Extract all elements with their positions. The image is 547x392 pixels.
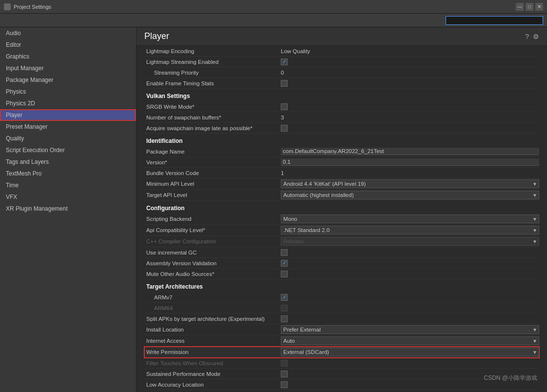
label-bundle-version-code: Bundle Version Code — [144, 170, 281, 176]
search-bar — [0, 14, 547, 27]
title-bar: Project Settings — □ ✕ — [0, 0, 547, 14]
row-mute-audio: Mute Other Audio Sources* — [144, 269, 539, 279]
row-version: Version* — [144, 157, 539, 168]
minimize-button[interactable]: — — [516, 3, 524, 11]
row-lightmap-streaming-enabled: Lightmap Streaming Enabled — [144, 57, 539, 67]
label-incremental-gc: Use incremental GC — [144, 250, 281, 255]
sidebar-item-vfx[interactable]: VFX — [0, 191, 136, 203]
label-arm64: ARM64 — [144, 305, 281, 311]
watermark: CSDN @小陈学游戏 — [484, 374, 537, 382]
select-target-api[interactable]: Automatic (highest installed) — [281, 191, 539, 199]
row-min-api: Minimum API Level Android 4.4 'KitKat' (… — [144, 178, 539, 190]
row-api-compat: Api Compatibility Level* .NET Standard 2… — [144, 225, 539, 236]
select-install-location[interactable]: Prefer External — [281, 325, 539, 334]
select-cpp-compiler[interactable]: Release — [281, 237, 539, 246]
sidebar-item-preset-manager[interactable]: Preset Manager — [0, 121, 136, 133]
label-swapchain-late: Acquire swapchain image late as possible… — [144, 125, 281, 131]
checkbox-assembly-version[interactable] — [281, 260, 288, 267]
checkbox-swapchain-late[interactable] — [281, 125, 288, 132]
settings-button[interactable]: ⚙ — [533, 33, 539, 40]
help-button[interactable]: ? — [525, 33, 529, 40]
target-api-wrapper: Automatic (highest installed) ▼ — [281, 191, 539, 199]
row-streaming-priority: Streaming Priority 0 — [144, 67, 539, 78]
input-version[interactable] — [281, 158, 539, 166]
version-wrapper — [281, 158, 539, 166]
label-target-api: Target API Level — [144, 192, 281, 198]
label-internet-access: Internet Access — [144, 338, 281, 344]
row-sustained-perf: Sustained Performance Mode — [144, 369, 539, 379]
select-write-permission[interactable]: External (SDCard) — [281, 348, 539, 356]
scripting-backend-wrapper: Mono ▼ — [281, 215, 539, 223]
checkbox-sustained-perf[interactable] — [281, 371, 288, 377]
input-package-name[interactable] — [281, 148, 539, 155]
label-split-apks: Split APKs by target architecture (Exper… — [144, 316, 281, 322]
select-api-compat[interactable]: .NET Standard 2.0 — [281, 226, 539, 235]
value-swapchain-buffers: 3 — [281, 115, 539, 120]
checkbox-low-accuracy[interactable] — [281, 381, 288, 388]
sidebar-item-editor[interactable]: Editor — [0, 39, 136, 51]
row-install-location: Install Location Prefer External ▼ — [144, 324, 539, 335]
checkbox-lightmap-streaming-enabled[interactable] — [281, 59, 288, 65]
checkbox-armv7[interactable] — [281, 294, 288, 301]
label-install-location: Install Location — [144, 327, 281, 333]
sidebar-item-input-manager[interactable]: Input Manager — [0, 62, 136, 74]
app-icon — [4, 3, 11, 10]
row-scripting-backend: Scripting Backend Mono ▼ — [144, 214, 539, 225]
value-streaming-priority: 0 — [281, 70, 539, 76]
sidebar-item-package-manager[interactable]: Package Manager — [0, 74, 136, 86]
checkbox-filter-touches[interactable] — [281, 360, 288, 367]
sidebar-item-tags-and-layers[interactable]: Tags and Layers — [0, 156, 136, 168]
sidebar-item-time[interactable]: Time — [0, 179, 136, 191]
select-internet-access[interactable]: Auto — [281, 336, 539, 345]
label-srgb: SRGB Write Mode* — [144, 104, 281, 110]
sidebar-item-player[interactable]: Player — [0, 109, 136, 121]
label-min-api: Minimum API Level — [144, 181, 281, 187]
sidebar-item-xr-plugin-management[interactable]: XR Plugin Management — [0, 203, 136, 215]
checkbox-split-apks[interactable] — [281, 315, 288, 322]
sidebar-item-quality[interactable]: Quality — [0, 133, 136, 144]
write-permission-wrapper: External (SDCard) ▼ — [281, 348, 539, 356]
row-filter-touches: Filter Touches When Obscured — [144, 358, 539, 369]
row-swapchain-buffers: Number of swapchain buffers* 3 — [144, 112, 539, 123]
close-button[interactable]: ✕ — [535, 3, 543, 11]
search-input[interactable] — [446, 16, 543, 25]
label-write-permission: Write Permission — [144, 349, 281, 355]
section-vulkan: Vulkan Settings — [144, 89, 539, 101]
main-content: Audio Editor Graphics Input Manager Pack… — [0, 27, 547, 392]
row-armv7: ARMv7 — [144, 292, 539, 303]
row-package-name: Package Name — [144, 146, 539, 157]
sidebar-item-textmesh-pro[interactable]: TextMesh Pro — [0, 168, 136, 179]
label-package-name: Package Name — [144, 149, 281, 155]
section-identification: Identification — [144, 134, 539, 146]
row-frame-timing: Enable Frame Timing Stats — [144, 78, 539, 89]
page-title: Player — [144, 31, 169, 41]
label-mute-audio: Mute Other Audio Sources* — [144, 271, 281, 277]
checkbox-incremental-gc[interactable] — [281, 249, 288, 256]
row-target-api: Target API Level Automatic (highest inst… — [144, 190, 539, 201]
window-controls: — □ ✕ — [516, 3, 543, 11]
row-cpp-compiler: C++ Compiler Configuration Release ▼ — [144, 236, 539, 247]
select-scripting-backend[interactable]: Mono — [281, 215, 539, 223]
row-bundle-version-code: Bundle Version Code 1 — [144, 168, 539, 178]
label-armv7: ARMv7 — [144, 294, 281, 300]
row-srgb: SRGB Write Mode* — [144, 101, 539, 112]
label-scripting-backend: Scripting Backend — [144, 216, 281, 222]
select-min-api[interactable]: Android 4.4 'KitKat' (API level 19) — [281, 179, 539, 188]
checkbox-frame-timing[interactable] — [281, 80, 288, 87]
label-sustained-perf: Sustained Performance Mode — [144, 371, 281, 377]
cpp-compiler-wrapper: Release ▼ — [281, 237, 539, 246]
checkbox-srgb[interactable] — [281, 103, 288, 110]
sidebar-item-audio[interactable]: Audio — [0, 27, 136, 39]
search-wrapper — [446, 16, 543, 25]
checkbox-mute-audio[interactable] — [281, 271, 288, 277]
sidebar-item-physics[interactable]: Physics — [0, 86, 136, 98]
label-low-accuracy: Low Accuracy Location — [144, 382, 281, 388]
section-target-arch: Target Architectures — [144, 279, 539, 292]
sidebar-item-script-execution-order[interactable]: Script Execution Order — [0, 144, 136, 156]
section-configuration: Configuration — [144, 201, 539, 214]
content-area: Player ? ⚙ Lightmap Encoding Low Quality… — [137, 27, 547, 392]
sidebar-item-graphics[interactable]: Graphics — [0, 51, 136, 62]
maximize-button[interactable]: □ — [526, 3, 533, 11]
checkbox-arm64[interactable] — [281, 305, 288, 312]
sidebar-item-physics-2d[interactable]: Physics 2D — [0, 98, 136, 109]
